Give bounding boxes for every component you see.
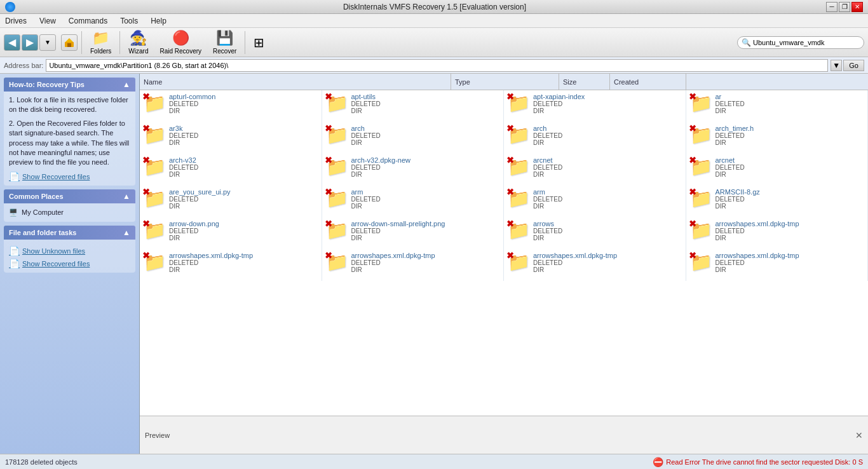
file-item[interactable]: 📁 ✖ arrowshapes.xml.dpkg-tmp DELETED DIR (504, 249, 686, 281)
tip1-text: 1. Look for a file in its respective fol… (9, 95, 130, 115)
common-places-collapse[interactable]: ▲ (123, 192, 130, 201)
col-type-header[interactable]: Type (451, 74, 559, 90)
file-item[interactable]: 📁 ✖ apt-xapian-index DELETED DIR (504, 90, 686, 122)
folders-button[interactable]: 📁 Folders (86, 30, 116, 55)
file-panel: Name Type Size Created 📁 ✖ apturl-common… (140, 74, 868, 454)
file-folder-tasks-collapse[interactable]: ▲ (123, 228, 130, 237)
file-info: arrows DELETED DIR (533, 220, 682, 241)
deleted-marker: ✖ (506, 92, 514, 102)
file-type: DIR (715, 234, 864, 241)
raid-recovery-button[interactable]: 🔴 Raid Recovery (155, 30, 206, 55)
back-button[interactable]: ◀ (4, 34, 20, 51)
file-item[interactable]: 📁 ✖ arrow-down.png DELETED DIR (140, 217, 322, 249)
file-item[interactable]: 📁 ✖ arrowshapes.xml.dpkg-tmp DELETED DIR (686, 249, 869, 281)
menu-drives[interactable]: Drives (3, 15, 29, 27)
close-button[interactable]: ✕ (851, 2, 863, 12)
file-item[interactable]: 📁 ✖ arch DELETED DIR (504, 122, 686, 154)
recovery-tips-header[interactable]: How-to: Recovery Tips ▲ (4, 78, 135, 92)
col-created-header[interactable]: Created (610, 74, 686, 90)
file-icon-wrapper: 📁 ✖ (508, 220, 531, 243)
file-item[interactable]: 📁 ✖ arch-v32.dpkg-new DELETED DIR (322, 154, 505, 186)
file-item[interactable]: 📁 ✖ ar DELETED DIR (686, 90, 869, 122)
recover-label: Recover (213, 48, 236, 55)
show-unknown-link[interactable]: 📄 Show Unknown files (9, 246, 130, 256)
menu-help[interactable]: Help (148, 15, 169, 27)
file-name: ARMSCII-8.gz (715, 188, 864, 196)
file-status: DELETED (351, 259, 500, 266)
forward-button[interactable]: ▶ (22, 34, 38, 51)
file-status: DELETED (715, 228, 864, 234)
file-item[interactable]: 📁 ✖ ar3k DELETED DIR (140, 122, 322, 154)
file-item[interactable]: 📁 ✖ arm DELETED DIR (322, 186, 505, 217)
deleted-marker: ✖ (689, 219, 696, 229)
search-input[interactable] (737, 36, 864, 49)
up-button[interactable] (61, 34, 78, 51)
file-name: arch-v32 (169, 156, 318, 164)
file-item[interactable]: 📁 ✖ arch DELETED DIR (322, 122, 505, 154)
file-item[interactable]: 📁 ✖ arch_timer.h DELETED DIR (686, 122, 869, 154)
recovery-tips-collapse[interactable]: ▲ (123, 80, 130, 89)
minimize-button[interactable]: ─ (826, 2, 837, 12)
file-item[interactable]: 📁 ✖ arcnet DELETED DIR (686, 154, 869, 186)
file-item[interactable]: 📁 ✖ arrows DELETED DIR (504, 217, 686, 249)
preview-close-button[interactable]: ✕ (855, 430, 863, 440)
common-places-header[interactable]: Common Places ▲ (4, 189, 135, 203)
file-status: DELETED (169, 259, 318, 266)
file-item[interactable]: 📁 ✖ arrowshapes.xml.dpkg-tmp DELETED DIR (322, 249, 505, 281)
col-name-header[interactable]: Name (140, 74, 451, 90)
file-info: ARMSCII-8.gz DELETED DIR (715, 188, 864, 210)
file-item[interactable]: 📁 ✖ arrowshapes.xml.dpkg-tmp DELETED DIR (686, 217, 869, 249)
menu-commands[interactable]: Commands (66, 15, 110, 27)
file-icon-wrapper: 📁 ✖ (508, 125, 531, 147)
show-recovered-link-tips[interactable]: 📄 Show Recovered files (9, 172, 130, 182)
file-status: DELETED (533, 164, 682, 171)
deleted-marker: ✖ (325, 219, 332, 229)
view-options-button[interactable]: ⊞ (249, 30, 269, 55)
titlebar: DiskInternals VMFS Recovery 1.5 [Evaluat… (0, 0, 868, 14)
dropdown-button[interactable]: ▼ (39, 34, 56, 51)
file-list: 📁 ✖ apturl-common DELETED DIR 📁 ✖ apt-ut… (140, 90, 868, 416)
file-item[interactable]: 📁 ✖ apturl-common DELETED DIR (140, 90, 322, 122)
col-size-header[interactable]: Size (559, 74, 610, 90)
file-status: DELETED (169, 228, 318, 234)
wizard-button[interactable]: 🧙 Wizard (124, 30, 153, 55)
show-recovered-link[interactable]: 📄 Show Recovered files (9, 259, 130, 269)
addressbar-label: Address bar: (4, 62, 43, 69)
file-item[interactable]: 📁 ✖ arcnet DELETED DIR (504, 154, 686, 186)
menu-view[interactable]: View (37, 15, 58, 27)
file-status: DELETED (351, 228, 500, 234)
file-icon-wrapper: 📁 ✖ (690, 93, 713, 116)
file-item[interactable]: 📁 ✖ arrow-down-small-prelight.png DELETE… (322, 217, 505, 249)
file-info: ar DELETED DIR (715, 93, 864, 114)
menu-tools[interactable]: Tools (118, 15, 140, 27)
addressbar-input[interactable] (46, 59, 828, 72)
deleted-marker: ✖ (689, 155, 696, 165)
deleted-marker: ✖ (142, 92, 150, 102)
file-item[interactable]: 📁 ✖ arm DELETED DIR (504, 186, 686, 217)
file-item[interactable]: 📁 ✖ apt-utils DELETED DIR (322, 90, 505, 122)
file-status: DELETED (169, 100, 318, 107)
show-recovered-label2: Show Recovered files (22, 260, 90, 268)
file-status: DELETED (533, 259, 682, 266)
menubar: Drives View Commands Tools Help (0, 14, 868, 28)
go-button[interactable]: Go (843, 60, 864, 71)
file-type: DIR (533, 203, 682, 210)
file-info: ar3k DELETED DIR (169, 125, 318, 146)
address-dropdown-button[interactable]: ▼ (831, 60, 842, 71)
file-item[interactable]: 📁 ✖ are_you_sure_ui.py DELETED DIR (140, 186, 322, 217)
file-name: arch_timer.h (715, 125, 864, 132)
file-item[interactable]: 📁 ✖ arrowshapes.xml.dpkg-tmp DELETED DIR (140, 249, 322, 281)
file-info: arrow-down.png DELETED DIR (169, 220, 318, 241)
app-logo (5, 2, 15, 12)
file-item[interactable]: 📁 ✖ ARMSCII-8.gz DELETED DIR (686, 186, 869, 217)
file-info: arrowshapes.xml.dpkg-tmp DELETED DIR (533, 252, 682, 273)
file-info: arrowshapes.xml.dpkg-tmp DELETED DIR (715, 220, 864, 241)
file-name: apt-utils (351, 93, 500, 100)
file-item[interactable]: 📁 ✖ arch-v32 DELETED DIR (140, 154, 322, 186)
file-info: are_you_sure_ui.py DELETED DIR (169, 188, 318, 210)
restore-button[interactable]: ❐ (839, 2, 850, 12)
file-icon-wrapper: 📁 ✖ (326, 220, 349, 243)
file-folder-tasks-header[interactable]: File and folder tasks ▲ (4, 226, 135, 240)
recover-button[interactable]: 💾 Recover (208, 30, 241, 55)
my-computer-item[interactable]: 🖥️ My Computer (9, 207, 130, 218)
